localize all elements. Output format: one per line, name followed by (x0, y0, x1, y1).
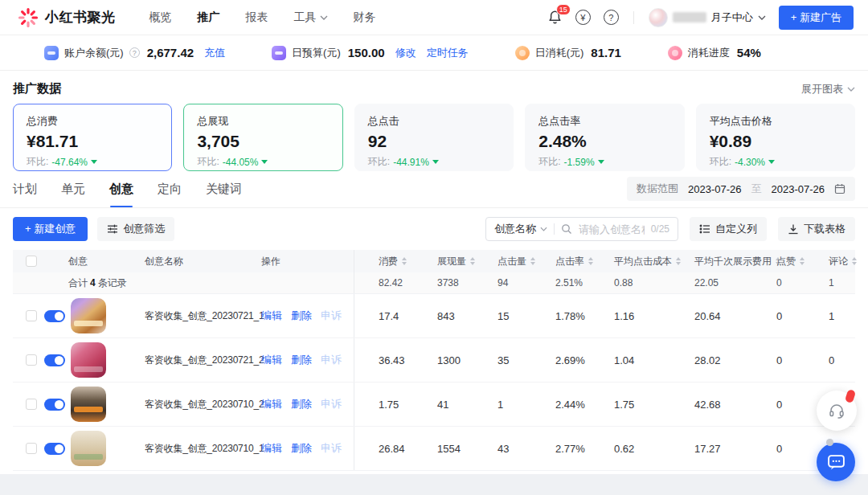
menu-item-tools[interactable]: 工具 (294, 10, 328, 25)
tab-targeting[interactable]: 定向 (158, 182, 182, 207)
list-columns-icon (699, 223, 710, 235)
column-header-ctr[interactable]: 点击率 (536, 250, 595, 272)
brand-spark-icon (18, 7, 39, 28)
chat-drag-handle (826, 439, 833, 446)
modify-link[interactable]: 修改 (395, 46, 416, 60)
chevron-down-icon (758, 15, 766, 20)
sort-icon (402, 257, 407, 265)
creative-status-toggle[interactable] (44, 443, 65, 455)
row-checkbox[interactable] (26, 399, 37, 410)
progress-label: 消耗进度 (688, 46, 730, 60)
creative-thumbnail[interactable] (71, 431, 106, 466)
account-name-masked (673, 12, 706, 22)
notification-badge: 15 (556, 4, 571, 15)
delete-link[interactable]: 删除 (291, 441, 312, 456)
delete-link[interactable]: 删除 (291, 353, 312, 367)
account-menu[interactable]: 月子中心 (649, 8, 766, 27)
tab-keywords[interactable]: 关键词 (206, 182, 242, 207)
delete-link[interactable]: 删除 (291, 309, 312, 323)
appeal-link: 申诉 (321, 397, 342, 411)
column-header-impressions[interactable]: 展现量 (418, 250, 478, 272)
date-end[interactable]: 2023-07-26 (772, 183, 825, 195)
filter-icon (107, 223, 118, 235)
creative-thumbnail[interactable] (71, 342, 106, 378)
table-row: 客资收集_创意_20230721_1 编辑 删除 申诉 17.4 843 15 … (13, 294, 855, 338)
entity-tabs: 计划 单元 创意 定向 关键词 (13, 182, 242, 207)
column-header-cpm[interactable]: 平均千次展示费用 (675, 250, 757, 272)
budget-label: 日预算(元) (292, 46, 341, 60)
calendar-icon[interactable] (834, 183, 845, 194)
column-header-cost[interactable]: 消费 (354, 250, 418, 272)
chevron-down-icon (320, 15, 328, 20)
card-avg-cpc[interactable]: 平均点击价格 ¥0.89 环比: -4.30% (696, 104, 855, 171)
chat-button[interactable] (817, 443, 855, 481)
notifications-bell-icon[interactable]: 15 (547, 10, 563, 25)
date-start[interactable]: 2023-07-26 (688, 183, 742, 195)
creative-name: 客资收集_创意_20230721_1 (145, 294, 261, 338)
new-creative-button[interactable]: + 新建创意 (13, 217, 88, 241)
creative-filter-button[interactable]: 创意筛选 (97, 217, 174, 241)
column-header-avg-cpc[interactable]: 平均点击成本 (595, 250, 675, 272)
creative-status-toggle[interactable] (44, 399, 65, 411)
row-operations: 编辑 删除 申诉 (261, 382, 354, 426)
balance-help-icon[interactable]: ? (129, 47, 140, 58)
scheduled-task-link[interactable]: 定时任务 (427, 46, 469, 60)
table-summary-row: 合计4条记录 82.42 3738 94 2.51% 0.88 22.05 0 … (13, 272, 855, 294)
creative-thumbnail[interactable] (71, 298, 106, 333)
tab-unit[interactable]: 单元 (61, 182, 85, 207)
row-operations: 编辑 删除 申诉 (261, 294, 354, 338)
row-checkbox[interactable] (26, 354, 37, 366)
wallet-yen-icon[interactable]: ¥ (575, 10, 591, 25)
headset-icon (828, 402, 845, 419)
creative-name: 客资收集_创意_20230721_2 (145, 338, 261, 382)
menu-item-overview[interactable]: 概览 (149, 10, 172, 25)
creative-status-toggle[interactable] (44, 310, 65, 322)
card-total-clicks[interactable]: 总点击 92 环比: -44.91% (354, 104, 514, 171)
row-operations: 编辑 删除 申诉 (261, 338, 354, 382)
bottom-strip (0, 474, 868, 495)
select-all-checkbox[interactable] (26, 256, 37, 267)
column-header-comments[interactable]: 评论 (809, 250, 857, 272)
row-operations: 编辑 删除 申诉 (261, 427, 354, 470)
app-window: 小红书聚光 概览 推广 报表 工具 财务 15 ¥ (0, 0, 868, 495)
card-total-cost[interactable]: 总消费 ¥81.71 环比: -47.64% (13, 104, 172, 171)
creative-search-input[interactable] (579, 223, 645, 235)
download-table-button[interactable]: 下载表格 (778, 217, 855, 241)
row-checkbox[interactable] (26, 310, 37, 321)
new-ad-button[interactable]: + 新建广告 (779, 6, 854, 30)
column-header-likes[interactable]: 点赞 (757, 250, 809, 272)
customize-columns-button[interactable]: 自定义列 (690, 217, 767, 241)
date-range-picker[interactable]: 数据范围 2023-07-26 至 2023-07-26 (627, 177, 855, 201)
summary-label: 合计4条记录 (44, 272, 145, 293)
delete-link[interactable]: 删除 (291, 397, 312, 411)
download-icon (788, 223, 799, 235)
creative-thumbnail[interactable] (71, 387, 106, 422)
edit-link[interactable]: 编辑 (261, 397, 282, 411)
card-ctr[interactable]: 总点击率 2.48% 环比: -1.59% (525, 104, 684, 171)
edit-link[interactable]: 编辑 (261, 353, 282, 367)
search-type-dropdown[interactable]: 创意名称 (494, 222, 547, 236)
sort-icon (852, 257, 857, 265)
recharge-link[interactable]: 充值 (204, 46, 225, 60)
creative-search-box: 创意名称 0/25 (485, 217, 678, 241)
table-row: 客资收集_创意_20230721_2 编辑 删除 申诉 36.43 1300 3… (13, 338, 855, 382)
help-icon[interactable]: ? (604, 10, 619, 25)
menu-item-promotion[interactable]: 推广 (198, 10, 220, 25)
combo-divider (554, 223, 555, 235)
appeal-link: 申诉 (321, 441, 342, 456)
expand-chart-toggle[interactable]: 展开图表 (801, 82, 855, 96)
card-total-impressions[interactable]: 总展现 3,705 环比: -44.05% (183, 104, 342, 171)
edit-link[interactable]: 编辑 (261, 309, 282, 323)
menu-item-reports[interactable]: 报表 (246, 10, 268, 25)
customer-support-button[interactable] (817, 391, 857, 431)
tab-plan[interactable]: 计划 (13, 182, 37, 207)
column-header-name: 创意名称 (145, 250, 261, 272)
creative-status-toggle[interactable] (44, 354, 65, 366)
row-checkbox[interactable] (26, 443, 37, 454)
column-header-clicks[interactable]: 点击量 (478, 250, 536, 272)
menu-item-finance[interactable]: 财务 (354, 10, 376, 25)
edit-link[interactable]: 编辑 (261, 441, 282, 456)
spend-label: 日消耗(元) (535, 46, 584, 60)
creatives-table: 创意 创意名称 操作 消费 展现量 点击量 点击率 平均点击成本 平均千次展示费… (13, 250, 855, 471)
tab-creative[interactable]: 创意 (109, 182, 133, 207)
